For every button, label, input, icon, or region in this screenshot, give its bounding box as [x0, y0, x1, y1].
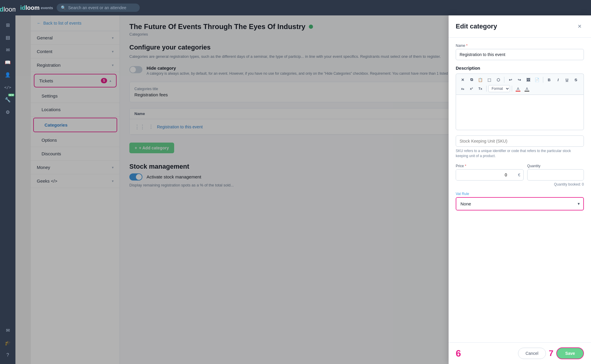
required-star: *	[466, 44, 468, 48]
overlay: Edit category × Name * Description	[31, 15, 591, 364]
name-input[interactable]	[456, 49, 584, 60]
step7-label: 7	[549, 349, 554, 358]
nav-icon-grid[interactable]: ⊞	[2, 20, 13, 30]
toolbar-cut-btn[interactable]: ✕	[458, 76, 467, 84]
quantity-booked: Quantity booked: 0	[456, 182, 584, 186]
close-button[interactable]: ×	[575, 21, 584, 31]
search-bar[interactable]: 🔍	[57, 4, 140, 12]
search-input[interactable]	[68, 5, 134, 10]
sku-input[interactable]	[456, 135, 584, 147]
toolbar-redo-btn[interactable]: ↪	[515, 76, 523, 84]
toolbar-underline-btn[interactable]: U	[563, 76, 571, 84]
toolbar-paste-word-btn[interactable]: ⬡	[494, 76, 502, 84]
vat-chevron-icon: ▾	[574, 201, 583, 206]
main-layout: ← Back to list of events General ▾ Conte…	[31, 15, 591, 364]
nav-icon-grad[interactable]: 🎓	[2, 337, 13, 348]
nav-icon-envelope2[interactable]: ✉	[2, 325, 13, 336]
toolbar-divider4	[512, 86, 512, 92]
toolbar-paste-btn[interactable]: 📋	[476, 76, 484, 84]
footer-buttons: Cancel 7 Save	[518, 347, 584, 359]
edit-panel-title: Edit category	[456, 23, 497, 30]
top-bar: idloomevents 🔍	[15, 0, 591, 15]
content-area: ← Back to list of events General ▾ Conte…	[31, 15, 591, 364]
toolbar-paste-text-btn[interactable]: ⬚	[485, 76, 493, 84]
currency-symbol: €	[515, 173, 523, 177]
toolbar-divider2	[543, 77, 543, 83]
vat-rule-label: Vat Rule	[456, 192, 584, 196]
price-input[interactable]	[456, 170, 515, 180]
toolbar-font-color-btn[interactable]: A	[514, 84, 522, 93]
description-label: Description	[456, 66, 584, 71]
editor-toolbar: ✕ ⧉ 📋 ⬚ ⬡ ↩ ↪ 🖼 📄 B I U S	[456, 74, 584, 95]
vat-select[interactable]: None Standard Reduced Zero	[456, 198, 574, 210]
quantity-label: Quantity	[527, 164, 584, 168]
toolbar-divider	[504, 77, 504, 83]
toolbar-bg-color-btn[interactable]: A	[523, 84, 531, 93]
edit-panel-header: Edit category ×	[449, 15, 591, 38]
logo-text: idloomevents	[20, 4, 53, 11]
nav-icon-book[interactable]: 📖	[2, 57, 13, 68]
toolbar-template-btn[interactable]: 📄	[533, 76, 541, 84]
toolbar-superscript-btn[interactable]: x²	[467, 84, 476, 93]
sku-desc: SKU refers to a unique identifier or cod…	[456, 149, 584, 159]
edit-panel: Edit category × Name * Description	[449, 15, 591, 364]
toolbar-undo-btn[interactable]: ↩	[506, 76, 514, 84]
nav-icon-question[interactable]: ?	[2, 350, 13, 360]
icon-bar: idloom ⊞ ▤ ✉ 📖 👤 </> 🔧 ⚙ ✉ 🎓 ?	[0, 0, 15, 364]
save-button[interactable]: Save	[556, 347, 584, 359]
toolbar-subscript-btn[interactable]: x₂	[458, 84, 467, 93]
toolbar-bold-btn[interactable]: B	[545, 76, 553, 84]
cancel-button[interactable]: Cancel	[518, 348, 546, 359]
nav-icon-code[interactable]: </>	[2, 82, 13, 92]
nav-icon-gear[interactable]: ⚙	[2, 107, 13, 117]
price-input-wrap: €	[456, 169, 524, 181]
toolbar-image-btn[interactable]: 🖼	[524, 76, 532, 84]
price-qty-row: Price * € Quantity	[456, 164, 584, 181]
price-field: Price * €	[456, 164, 524, 181]
search-icon: 🔍	[61, 5, 66, 10]
sku-field-group: SKU refers to a unique identifier or cod…	[456, 135, 584, 159]
panel-footer: 6 Cancel 7 Save	[449, 342, 591, 364]
toolbar-clear-btn[interactable]: Tx	[476, 84, 484, 93]
quantity-field: Quantity	[527, 164, 584, 181]
edit-panel-body: Name * Description ✕ ⧉ 📋 ⬚ ⬡	[449, 38, 591, 342]
toolbar-strike-btn[interactable]: S	[572, 76, 580, 84]
vat-rule-field: Vat Rule None Standard Reduced Zero ▾	[456, 192, 584, 210]
nav-icon-chart[interactable]: ▤	[2, 32, 13, 43]
toolbar-divider3	[486, 86, 487, 92]
editor-area[interactable]	[456, 95, 584, 130]
name-field-label: Name *	[456, 44, 584, 48]
nav-icon-mail[interactable]: ✉	[2, 44, 13, 55]
nav-icon-wrench[interactable]: 🔧	[2, 94, 13, 105]
step6-label: 6	[456, 348, 461, 359]
format-select[interactable]: Format	[488, 85, 510, 92]
toolbar-copy-btn[interactable]: ⧉	[467, 76, 476, 84]
nav-icon-users[interactable]: 👤	[2, 69, 13, 80]
name-field-group: Name *	[456, 44, 584, 60]
price-label: Price *	[456, 164, 524, 168]
price-required-star: *	[465, 164, 466, 168]
app-logo: idloom	[2, 4, 14, 15]
quantity-input[interactable]	[527, 169, 584, 181]
vat-select-wrap: None Standard Reduced Zero ▾	[456, 197, 584, 210]
toolbar-italic-btn[interactable]: I	[554, 76, 562, 84]
